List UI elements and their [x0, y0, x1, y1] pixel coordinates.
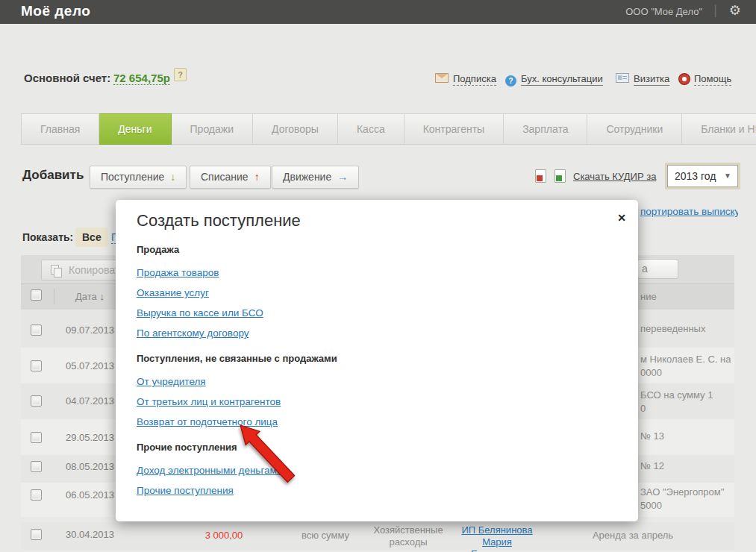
chevron-down-icon: ▼ [724, 166, 731, 186]
row-date: 09.07.2013 [58, 324, 122, 336]
add-writeoff-label: Списание [201, 171, 249, 183]
row-checkbox[interactable] [31, 489, 42, 501]
tab-dengi[interactable]: Деньги [99, 113, 171, 145]
link-sale-goods[interactable]: Продажа товаров [137, 267, 219, 278]
row-category-line1: Хозяйственные [367, 524, 449, 536]
row-text-fragment: переведенных [640, 323, 735, 334]
top-bar: Моё дело ООО "Мое Дело" | ⚙ [0, 0, 756, 24]
year-select-value: 2013 год [675, 170, 716, 182]
account-balance-link[interactable]: 72 654,75р [113, 72, 170, 85]
date-header-label: Дата [75, 291, 97, 302]
add-label: Добавить [22, 168, 84, 183]
modal-title: Создать поступление [137, 200, 638, 230]
row-category-line2: расходы [367, 536, 449, 548]
tab-glavnaya[interactable]: Главная [21, 113, 99, 145]
close-icon[interactable]: ✕ [617, 213, 626, 223]
consultations-label: Бух. консультации [521, 73, 603, 86]
link-from-founder[interactable]: От учредителя [137, 376, 206, 387]
year-select[interactable]: 2013 год ▼ [667, 165, 738, 187]
tab-kassa[interactable]: Касса [338, 113, 404, 145]
row-checkbox[interactable] [31, 529, 42, 540]
create-receipt-modal: Создать поступление ✕ Продажа Продажа то… [116, 200, 638, 521]
link-cash-revenue[interactable]: Выручка по кассе или БСО [137, 307, 263, 319]
column-header-fragment: ние [640, 291, 657, 302]
row-date: 29.05.2013 [58, 432, 122, 443]
help-label: Помощь [694, 73, 731, 86]
pdf-icon[interactable] [535, 169, 546, 183]
consultations-link[interactable]: ?Бух. консультации [505, 73, 603, 87]
main-nav: Главная Деньги Продажи Договоры Касса Ко… [21, 113, 756, 145]
row-category: Хозяйственные расходы [367, 524, 449, 548]
section-heading-other: Прочие поступления [137, 442, 638, 453]
link-emoney-income[interactable]: Доход электронными деньгами [137, 465, 282, 476]
filter-all-chip[interactable]: Все [75, 228, 108, 247]
card-icon [616, 73, 629, 83]
sort-down-icon: ↓ [99, 291, 104, 302]
question-icon: ? [505, 75, 516, 87]
column-divider [54, 289, 54, 304]
row-text-fragment: БСО на сумму 1 [640, 389, 735, 401]
company-name: ООО "Мое Дело" [625, 6, 702, 17]
row-text-fragment: № 12 [640, 460, 735, 471]
counterparty-link[interactable]: ИП Белянинова [456, 524, 538, 536]
tab-blanki[interactable]: Бланки и НПД [682, 113, 756, 145]
business-card-label: Визитка [634, 73, 669, 86]
row-text-fragment: ЗАО "Энергопром" [640, 486, 735, 498]
row-checkbox[interactable] [31, 461, 42, 472]
row-text-fragment: 5000 [640, 500, 735, 511]
subscription-link[interactable]: Подписка [435, 73, 496, 84]
row-text-fragment: 0000 [640, 367, 735, 378]
toolbar-partial-button[interactable]: а [637, 259, 678, 279]
copy-icon [51, 265, 59, 275]
row-date: 05.07.2013 [58, 360, 122, 371]
excel-icon[interactable] [554, 169, 566, 183]
row-amount: 3 000,00 [187, 530, 261, 541]
envelope-icon [435, 73, 449, 83]
row-date: 04.07.2013 [58, 395, 122, 407]
arrow-up-icon: ↑ [254, 171, 260, 183]
tab-prodazhi[interactable]: Продажи [172, 113, 253, 145]
import-statement-link[interactable]: портировать выписку [640, 206, 738, 217]
link-services[interactable]: Оказание услуг [137, 287, 209, 298]
business-card-link[interactable]: Визитка [616, 73, 669, 84]
row-date: 06.05.2013 [58, 489, 122, 501]
link-other-receipts[interactable]: Прочие поступления [137, 485, 234, 496]
add-movement-label: Движение [283, 171, 331, 183]
link-agent-contract[interactable]: По агентскому договору [137, 327, 249, 339]
row-text-fragment: м Николаев Е. С. на [640, 354, 735, 365]
section-heading-nonsale: Поступления, не связанные с продажами [137, 353, 638, 364]
add-movement-button[interactable]: Движение→ [272, 166, 359, 189]
row-checkbox[interactable] [31, 395, 42, 407]
row-counterparty: ИП Белянинова Мария Евгеньевна [456, 524, 538, 552]
download-kudir-link[interactable]: Скачать КУДИР за [573, 171, 656, 182]
add-receipt-label: Поступление [101, 171, 164, 183]
header-divider: | [713, 2, 717, 18]
counterparty-link[interactable]: Мария Евгеньевна [456, 536, 538, 552]
page: Моё дело ООО "Мое Дело" | ⚙ Основной сче… [0, 0, 756, 552]
help-question-icon[interactable]: ? [174, 68, 187, 81]
help-link[interactable]: Помощь [679, 73, 731, 84]
section-heading-sale: Продажа [137, 244, 638, 255]
add-receipt-button[interactable]: Поступление↓ [90, 166, 187, 189]
gear-icon[interactable]: ⚙ [729, 2, 741, 19]
link-return-accountable[interactable]: Возврат от подотчетного лица [137, 416, 278, 427]
add-writeoff-button[interactable]: Списание↑ [190, 166, 271, 189]
link-from-third-parties[interactable]: От третьих лиц и контрагентов [137, 396, 281, 407]
tab-dogovory[interactable]: Договоры [253, 113, 338, 145]
select-all-checkbox[interactable] [31, 289, 42, 301]
row-text-fragment: 0 [640, 403, 735, 414]
arrow-down-icon: ↓ [170, 171, 175, 183]
row-purpose: Аренда за апрель [573, 530, 693, 542]
row-checkbox[interactable] [31, 324, 42, 336]
arrow-right-icon: → [337, 171, 348, 183]
app-logo[interactable]: Моё дело [21, 3, 90, 19]
row-date: 08.05.2013 [58, 461, 122, 472]
row-checkbox[interactable] [31, 360, 42, 371]
row-checkbox[interactable] [31, 432, 42, 443]
row-text-fragment: № 13 [640, 430, 735, 442]
account-label: Основной счет: [24, 72, 110, 84]
tab-zarplata[interactable]: Зарплата [504, 113, 587, 145]
tab-sotrudniki[interactable]: Сотрудники [587, 113, 682, 145]
tab-kontragenty[interactable]: Контрагенты [404, 113, 504, 145]
column-header-date[interactable]: Дата ↓ [58, 291, 122, 302]
